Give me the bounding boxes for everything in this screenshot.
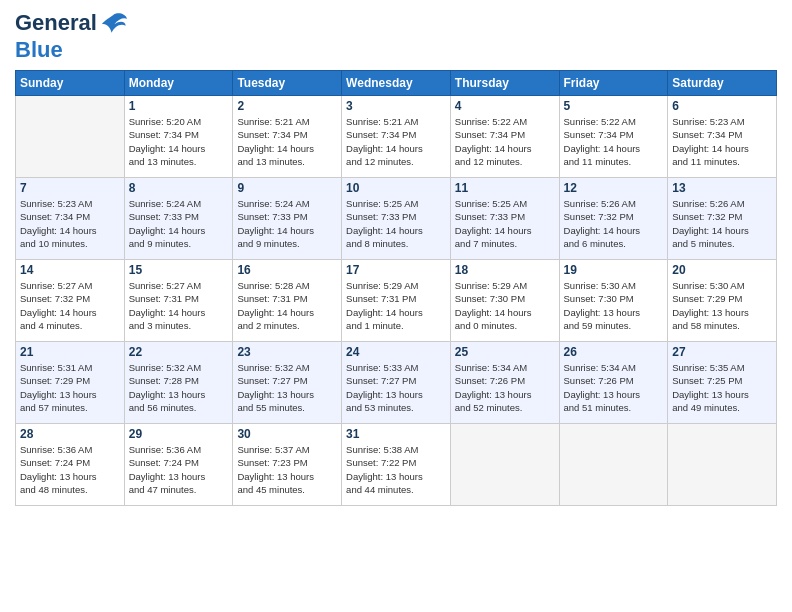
- day-number: 26: [564, 345, 664, 359]
- calendar-cell: 26Sunrise: 5:34 AM Sunset: 7:26 PM Dayli…: [559, 342, 668, 424]
- weekday-header: Saturday: [668, 71, 777, 96]
- day-number: 3: [346, 99, 446, 113]
- weekday-header: Sunday: [16, 71, 125, 96]
- day-info: Sunrise: 5:20 AM Sunset: 7:34 PM Dayligh…: [129, 115, 229, 168]
- weekday-header: Monday: [124, 71, 233, 96]
- day-number: 25: [455, 345, 555, 359]
- day-number: 22: [129, 345, 229, 359]
- logo-text: General Blue: [15, 10, 129, 62]
- day-number: 19: [564, 263, 664, 277]
- calendar-cell: 25Sunrise: 5:34 AM Sunset: 7:26 PM Dayli…: [450, 342, 559, 424]
- header-row: SundayMondayTuesdayWednesdayThursdayFrid…: [16, 71, 777, 96]
- day-info: Sunrise: 5:21 AM Sunset: 7:34 PM Dayligh…: [346, 115, 446, 168]
- day-info: Sunrise: 5:35 AM Sunset: 7:25 PM Dayligh…: [672, 361, 772, 414]
- calendar-cell: 14Sunrise: 5:27 AM Sunset: 7:32 PM Dayli…: [16, 260, 125, 342]
- calendar-cell: 22Sunrise: 5:32 AM Sunset: 7:28 PM Dayli…: [124, 342, 233, 424]
- calendar-cell: 5Sunrise: 5:22 AM Sunset: 7:34 PM Daylig…: [559, 96, 668, 178]
- calendar-cell: 20Sunrise: 5:30 AM Sunset: 7:29 PM Dayli…: [668, 260, 777, 342]
- day-number: 14: [20, 263, 120, 277]
- calendar-week: 14Sunrise: 5:27 AM Sunset: 7:32 PM Dayli…: [16, 260, 777, 342]
- day-info: Sunrise: 5:27 AM Sunset: 7:32 PM Dayligh…: [20, 279, 120, 332]
- day-info: Sunrise: 5:30 AM Sunset: 7:30 PM Dayligh…: [564, 279, 664, 332]
- day-number: 10: [346, 181, 446, 195]
- day-number: 27: [672, 345, 772, 359]
- day-number: 11: [455, 181, 555, 195]
- day-info: Sunrise: 5:34 AM Sunset: 7:26 PM Dayligh…: [455, 361, 555, 414]
- day-info: Sunrise: 5:30 AM Sunset: 7:29 PM Dayligh…: [672, 279, 772, 332]
- weekday-header: Thursday: [450, 71, 559, 96]
- day-number: 13: [672, 181, 772, 195]
- day-info: Sunrise: 5:22 AM Sunset: 7:34 PM Dayligh…: [564, 115, 664, 168]
- calendar-cell: 9Sunrise: 5:24 AM Sunset: 7:33 PM Daylig…: [233, 178, 342, 260]
- day-info: Sunrise: 5:36 AM Sunset: 7:24 PM Dayligh…: [20, 443, 120, 496]
- day-number: 28: [20, 427, 120, 441]
- day-number: 21: [20, 345, 120, 359]
- calendar-cell: 8Sunrise: 5:24 AM Sunset: 7:33 PM Daylig…: [124, 178, 233, 260]
- day-number: 6: [672, 99, 772, 113]
- day-info: Sunrise: 5:34 AM Sunset: 7:26 PM Dayligh…: [564, 361, 664, 414]
- weekday-header: Tuesday: [233, 71, 342, 96]
- header: General Blue: [15, 10, 777, 62]
- weekday-header: Wednesday: [342, 71, 451, 96]
- day-number: 12: [564, 181, 664, 195]
- calendar-cell: [450, 424, 559, 506]
- day-info: Sunrise: 5:31 AM Sunset: 7:29 PM Dayligh…: [20, 361, 120, 414]
- day-info: Sunrise: 5:32 AM Sunset: 7:28 PM Dayligh…: [129, 361, 229, 414]
- calendar-cell: 12Sunrise: 5:26 AM Sunset: 7:32 PM Dayli…: [559, 178, 668, 260]
- day-number: 31: [346, 427, 446, 441]
- calendar-week: 21Sunrise: 5:31 AM Sunset: 7:29 PM Dayli…: [16, 342, 777, 424]
- calendar-cell: 30Sunrise: 5:37 AM Sunset: 7:23 PM Dayli…: [233, 424, 342, 506]
- day-info: Sunrise: 5:26 AM Sunset: 7:32 PM Dayligh…: [672, 197, 772, 250]
- calendar-cell: 6Sunrise: 5:23 AM Sunset: 7:34 PM Daylig…: [668, 96, 777, 178]
- day-number: 16: [237, 263, 337, 277]
- day-number: 23: [237, 345, 337, 359]
- calendar-cell: [559, 424, 668, 506]
- day-number: 24: [346, 345, 446, 359]
- calendar-cell: 16Sunrise: 5:28 AM Sunset: 7:31 PM Dayli…: [233, 260, 342, 342]
- day-info: Sunrise: 5:32 AM Sunset: 7:27 PM Dayligh…: [237, 361, 337, 414]
- day-info: Sunrise: 5:24 AM Sunset: 7:33 PM Dayligh…: [237, 197, 337, 250]
- calendar-cell: 28Sunrise: 5:36 AM Sunset: 7:24 PM Dayli…: [16, 424, 125, 506]
- calendar-cell: 23Sunrise: 5:32 AM Sunset: 7:27 PM Dayli…: [233, 342, 342, 424]
- calendar-cell: 15Sunrise: 5:27 AM Sunset: 7:31 PM Dayli…: [124, 260, 233, 342]
- calendar-week: 7Sunrise: 5:23 AM Sunset: 7:34 PM Daylig…: [16, 178, 777, 260]
- calendar-cell: 27Sunrise: 5:35 AM Sunset: 7:25 PM Dayli…: [668, 342, 777, 424]
- calendar-cell: 18Sunrise: 5:29 AM Sunset: 7:30 PM Dayli…: [450, 260, 559, 342]
- day-info: Sunrise: 5:38 AM Sunset: 7:22 PM Dayligh…: [346, 443, 446, 496]
- day-number: 7: [20, 181, 120, 195]
- day-number: 29: [129, 427, 229, 441]
- calendar-cell: [16, 96, 125, 178]
- calendar-table: SundayMondayTuesdayWednesdayThursdayFrid…: [15, 70, 777, 506]
- day-info: Sunrise: 5:29 AM Sunset: 7:30 PM Dayligh…: [455, 279, 555, 332]
- page-container: General Blue SundayMondayTuesdayWednesda…: [0, 0, 792, 516]
- day-number: 5: [564, 99, 664, 113]
- calendar-week: 28Sunrise: 5:36 AM Sunset: 7:24 PM Dayli…: [16, 424, 777, 506]
- calendar-cell: 3Sunrise: 5:21 AM Sunset: 7:34 PM Daylig…: [342, 96, 451, 178]
- day-number: 15: [129, 263, 229, 277]
- day-info: Sunrise: 5:25 AM Sunset: 7:33 PM Dayligh…: [346, 197, 446, 250]
- day-number: 1: [129, 99, 229, 113]
- day-info: Sunrise: 5:26 AM Sunset: 7:32 PM Dayligh…: [564, 197, 664, 250]
- calendar-cell: 2Sunrise: 5:21 AM Sunset: 7:34 PM Daylig…: [233, 96, 342, 178]
- calendar-cell: [668, 424, 777, 506]
- weekday-header: Friday: [559, 71, 668, 96]
- day-info: Sunrise: 5:27 AM Sunset: 7:31 PM Dayligh…: [129, 279, 229, 332]
- calendar-cell: 10Sunrise: 5:25 AM Sunset: 7:33 PM Dayli…: [342, 178, 451, 260]
- day-number: 17: [346, 263, 446, 277]
- day-number: 18: [455, 263, 555, 277]
- day-info: Sunrise: 5:33 AM Sunset: 7:27 PM Dayligh…: [346, 361, 446, 414]
- day-number: 4: [455, 99, 555, 113]
- day-number: 9: [237, 181, 337, 195]
- calendar-cell: 7Sunrise: 5:23 AM Sunset: 7:34 PM Daylig…: [16, 178, 125, 260]
- day-info: Sunrise: 5:37 AM Sunset: 7:23 PM Dayligh…: [237, 443, 337, 496]
- day-info: Sunrise: 5:23 AM Sunset: 7:34 PM Dayligh…: [20, 197, 120, 250]
- day-info: Sunrise: 5:22 AM Sunset: 7:34 PM Dayligh…: [455, 115, 555, 168]
- calendar-cell: 1Sunrise: 5:20 AM Sunset: 7:34 PM Daylig…: [124, 96, 233, 178]
- calendar-cell: 21Sunrise: 5:31 AM Sunset: 7:29 PM Dayli…: [16, 342, 125, 424]
- calendar-cell: 17Sunrise: 5:29 AM Sunset: 7:31 PM Dayli…: [342, 260, 451, 342]
- day-info: Sunrise: 5:25 AM Sunset: 7:33 PM Dayligh…: [455, 197, 555, 250]
- day-info: Sunrise: 5:28 AM Sunset: 7:31 PM Dayligh…: [237, 279, 337, 332]
- day-number: 30: [237, 427, 337, 441]
- calendar-cell: 29Sunrise: 5:36 AM Sunset: 7:24 PM Dayli…: [124, 424, 233, 506]
- calendar-cell: 4Sunrise: 5:22 AM Sunset: 7:34 PM Daylig…: [450, 96, 559, 178]
